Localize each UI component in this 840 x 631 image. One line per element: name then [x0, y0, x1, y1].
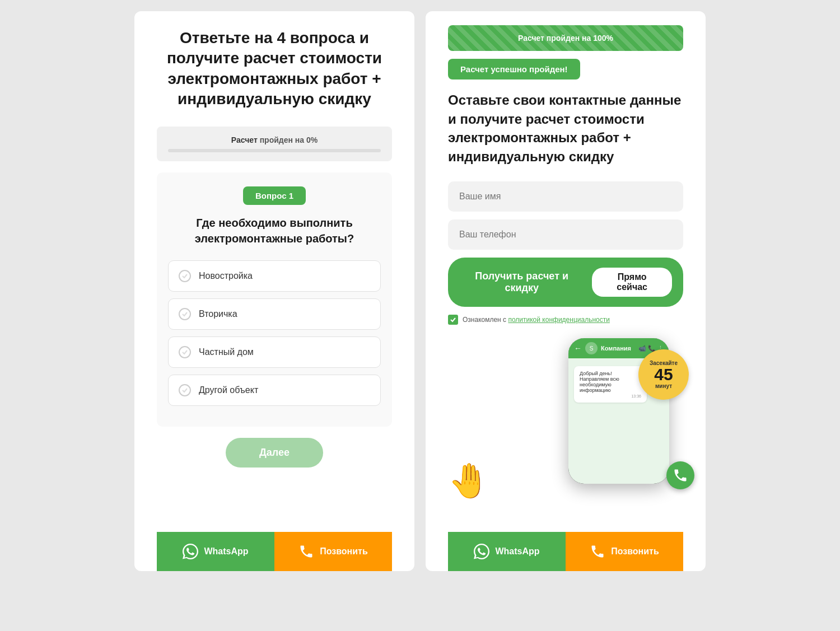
privacy-row: Ознакомлен с политикой конфиденциальност…: [448, 315, 683, 325]
answer-option-1[interactable]: Вторичка: [168, 298, 381, 330]
submit-main-label: Получить расчет и скидку: [459, 270, 584, 294]
privacy-text: Ознакомлен с политикой конфиденциальност…: [463, 316, 610, 324]
whatsapp-icon-left: [183, 544, 198, 559]
quiz-box: Вопрос 1 Где необходимо выполнить электр…: [157, 172, 392, 427]
right-footer: WhatsApp Позвонить: [448, 532, 683, 571]
submit-inner-label: Прямо сейчас: [592, 268, 672, 297]
answer-label-0: Новостройка: [199, 271, 253, 281]
phone-input[interactable]: [448, 219, 683, 250]
answer-label-2: Частный дом: [199, 347, 254, 357]
answer-option-3[interactable]: Другой объект: [168, 375, 381, 406]
privacy-link[interactable]: политикой конфиденциальности: [508, 316, 609, 324]
question-badge: Вопрос 1: [243, 186, 306, 205]
right-progress-prefix: Расчет: [518, 34, 547, 43]
right-panel: Расчет пройден на 100% Расчет успешно пр…: [426, 11, 706, 571]
left-title: Ответьте на 4 вопроса и получите расчет …: [157, 28, 392, 110]
left-call-label: Позвонить: [320, 546, 368, 557]
submit-button[interactable]: Получить расчет и скидку Прямо сейчас: [448, 258, 683, 307]
chat-time: 13:36: [580, 394, 641, 398]
privacy-prefix: Ознакомлен с: [463, 316, 508, 324]
left-progress-text: Расчет пройден на 0%: [168, 135, 381, 144]
right-subtitle: Оставьте свои контактные данные и получи…: [448, 91, 683, 166]
phone-float-icon: [673, 468, 688, 483]
left-call-button[interactable]: Позвонить: [274, 532, 392, 571]
next-button[interactable]: Далее: [226, 438, 323, 468]
left-progress-prefix: Расчет: [231, 135, 260, 144]
answer-label-3: Другой объект: [199, 385, 258, 395]
phone-icon-right: [590, 544, 605, 559]
success-badge: Расчет успешно пройден!: [448, 59, 580, 80]
phone-avatar: S: [585, 342, 598, 354]
left-whatsapp-label: WhatsApp: [204, 546, 248, 557]
answer-check-3: [179, 384, 191, 396]
timer-badge: Засекайте 45 минут: [638, 349, 689, 400]
privacy-checkbox[interactable]: [448, 315, 458, 325]
phone-section: 🤚 ← S Компания 📹 📞 ⋮ Добрый день! Направ…: [448, 338, 683, 495]
right-call-label: Позвонить: [611, 546, 659, 557]
phone-icon-left: [298, 544, 314, 559]
right-call-button[interactable]: Позвонить: [566, 532, 683, 571]
left-panel: Ответьте на 4 вопроса и получите расчет …: [134, 11, 414, 571]
phone-company-name: Компания: [601, 345, 631, 352]
phone-mockup: ← S Компания 📹 📞 ⋮ Добрый день! Направля…: [554, 338, 683, 495]
progress-track: [168, 149, 381, 152]
chat-bubble: Добрый день! Направляем всю необходимую …: [574, 366, 647, 403]
timer-number: 45: [654, 366, 673, 383]
answer-option-0[interactable]: Новостройка: [168, 260, 381, 292]
answer-check-0: [179, 270, 191, 282]
answer-check-2: [179, 346, 191, 358]
right-whatsapp-label: WhatsApp: [495, 546, 539, 557]
hand-emoji: 🤚: [448, 464, 490, 498]
right-progress-text: Расчет пройден на 100%: [518, 34, 613, 43]
timer-bottom: минут: [655, 383, 672, 389]
chat-message: Добрый день! Направляем всю необходимую …: [580, 371, 619, 393]
left-whatsapp-button[interactable]: WhatsApp: [157, 532, 274, 571]
answer-option-2[interactable]: Частный дом: [168, 336, 381, 368]
right-whatsapp-button[interactable]: WhatsApp: [448, 532, 566, 571]
left-footer: WhatsApp Позвонить: [157, 532, 392, 571]
whatsapp-icon-right: [474, 544, 489, 559]
phone-float-button[interactable]: [666, 461, 694, 489]
left-progress-container: Расчет пройден на 0%: [157, 127, 392, 161]
name-input[interactable]: [448, 181, 683, 212]
right-progress-bold: пройден на 100%: [547, 34, 613, 43]
back-arrow-icon: ←: [574, 344, 582, 353]
answer-check-1: [179, 308, 191, 320]
right-progress-bar: Расчет пройден на 100%: [448, 25, 683, 51]
left-progress-bold: пройден на 0%: [260, 135, 318, 144]
question-text: Где необходимо выполнить электромонтажны…: [168, 215, 381, 246]
answer-label-1: Вторичка: [199, 309, 237, 319]
